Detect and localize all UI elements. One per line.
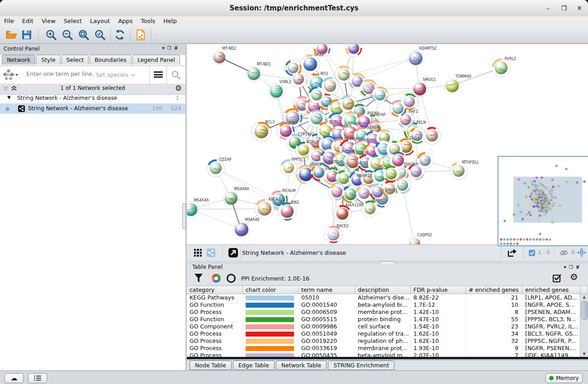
network-node-abca7[interactable] [255,199,274,218]
float-panel-icon[interactable]: ❒ [167,46,174,51]
column-header[interactable]: category [187,286,243,294]
export-network-icon[interactable] [507,248,517,258]
column-header[interactable]: term name [299,286,355,294]
save-session-icon[interactable] [21,29,33,41]
string-view-icon[interactable] [207,248,215,257]
column-header[interactable]: FDR p-value [411,286,466,294]
panel-menu-icon[interactable]: ▾ [564,264,569,270]
collapse-all-icon[interactable] [3,86,9,91]
open-in-window-icon[interactable] [228,248,238,258]
menu-file[interactable]: File [0,17,18,24]
tab-node-table[interactable]: Node Table [190,361,232,370]
grid-view-icon[interactable] [194,249,202,257]
memory-button[interactable]: Memory [545,373,583,383]
table-row[interactable]: GO ProcessGO:0033619membrane prot...1.93… [187,345,588,352]
network-node[interactable] [372,87,388,103]
tab-network[interactable]: Network [2,55,35,65]
column-header[interactable] [580,286,588,294]
scrollbar-thumb[interactable] [581,301,588,320]
menu-edit[interactable]: Edit [18,17,38,24]
menu-view[interactable]: View [38,17,60,24]
network-node-mthfdll[interactable] [450,162,467,179]
network-node[interactable] [401,94,417,110]
close-panel-icon[interactable]: ✘ [576,264,583,270]
network-row-selected[interactable]: String Network - Alzheimer's disease 100… [0,103,185,114]
settings-gear-icon[interactable]: ⚙ [570,272,578,282]
table-vertical-scrollbar[interactable]: ▲ ▼ [580,294,588,357]
cloud-jobs-button[interactable]: ☁ [5,373,24,383]
network-node-mt-nd2[interactable] [212,50,227,65]
network-options-gear-icon[interactable]: ⚙ [175,84,182,93]
network-from-file-icon[interactable] [135,29,147,41]
selected-count-checkbox-icon[interactable] [529,250,535,256]
close-panel-icon[interactable]: ✘ [174,45,181,51]
network-node-ms4a6a[interactable] [223,190,239,206]
network-node-gab2[interactable] [301,55,320,74]
tab-style[interactable]: Style [36,55,60,65]
menu-layout[interactable]: Layout [86,17,114,24]
table-row[interactable]: GO ProcessGO:0019220regulation of ph...1… [187,337,588,345]
column-header[interactable]: enriched genes [522,286,580,294]
table-row[interactable]: GO ProcessGO:0050435beta-amyloid m...2.0… [187,352,588,357]
network-node-bcl3[interactable] [252,122,271,141]
collection-expand-icon[interactable]: ▼ [7,95,11,100]
tab-boundaries[interactable]: Boundaries [90,55,131,65]
column-header[interactable]: # enriched genes [466,286,522,294]
zoom-in-icon[interactable] [45,29,57,41]
network-node[interactable] [417,152,433,169]
network-node-bin1[interactable] [278,202,296,220]
expand-all-icon[interactable] [11,86,17,91]
chart-color-palette-icon[interactable] [212,274,221,283]
menu-select[interactable]: Select [60,17,86,24]
table-row[interactable]: KEGG Pathways05010Alzheimer's dise...8.8… [187,294,588,301]
refresh-icon[interactable] [114,29,126,41]
network-node-apbb1[interactable] [362,201,378,217]
panel-splitter-grip[interactable] [182,203,186,229]
string-search-icon[interactable] [171,70,181,80]
network-node[interactable] [423,127,441,144]
network-node-tomm40[interactable] [444,78,460,94]
string-options-icon[interactable] [154,71,163,78]
select-terms-checkbox-icon[interactable] [553,274,562,283]
tab-select[interactable]: Select [62,55,89,65]
network-overview-inset[interactable] [498,156,588,246]
tab-edge-table[interactable]: Edge Table [233,361,275,370]
column-header[interactable]: chart color [243,286,299,294]
hidden-count-eye-icon[interactable] [560,249,568,256]
network-node-adamts2[interactable] [407,50,424,67]
maximize-button[interactable]: ❐ [559,4,569,13]
table-row[interactable]: GO ProcessGO:0051049regulation of tra...… [187,330,588,337]
task-history-button[interactable] [28,373,47,383]
scroll-up-arrow[interactable]: ▲ [580,294,588,300]
minimize-button[interactable]: – [543,4,553,13]
menu-tools[interactable]: Tools [137,17,159,24]
menu-help[interactable]: Help [159,17,181,24]
network-node-cd2ap[interactable] [207,159,224,177]
table-row[interactable]: GO FunctionGO:0005515protein binding1.47… [187,316,588,323]
network-node-pvrl2[interactable] [492,59,510,77]
species-hint[interactable]: Set species → [96,71,135,78]
zoom-selected-icon[interactable] [94,29,106,41]
string-query-input[interactable] [25,70,95,78]
network-node[interactable] [409,127,425,144]
string-logo-icon[interactable]: STRING [3,69,18,81]
network-node[interactable] [285,60,301,76]
open-session-icon[interactable] [5,29,17,41]
network-node[interactable] [308,87,325,103]
tab-string-enrichment[interactable]: STRING Enrichment [328,361,394,370]
network-collection-row[interactable]: ▼ String Network - Alzheimer's disease 1 [0,93,185,103]
tab-network-table[interactable]: Network Table [276,361,327,370]
network-node-vsnl1[interactable] [268,83,285,99]
panel-menu-icon[interactable]: ▾ [162,45,167,51]
navigator-crosshair-icon[interactable] [577,248,587,258]
float-panel-icon[interactable]: ❒ [569,265,576,270]
filter-icon[interactable] [194,273,203,283]
network-node-mt-nd1[interactable] [246,66,262,82]
menu-apps[interactable]: Apps [114,17,137,24]
scroll-down-arrow[interactable]: ▼ [580,351,588,357]
tab-legend-panel[interactable]: Legend Panel [133,55,180,65]
table-row[interactable]: GO ComponentGO:0009986cell surface1.54E-… [187,323,588,330]
network-node-ppp5c[interactable] [280,159,297,176]
network-node-bace2[interactable] [325,226,342,243]
draw-donut-chart-icon[interactable] [227,274,236,283]
